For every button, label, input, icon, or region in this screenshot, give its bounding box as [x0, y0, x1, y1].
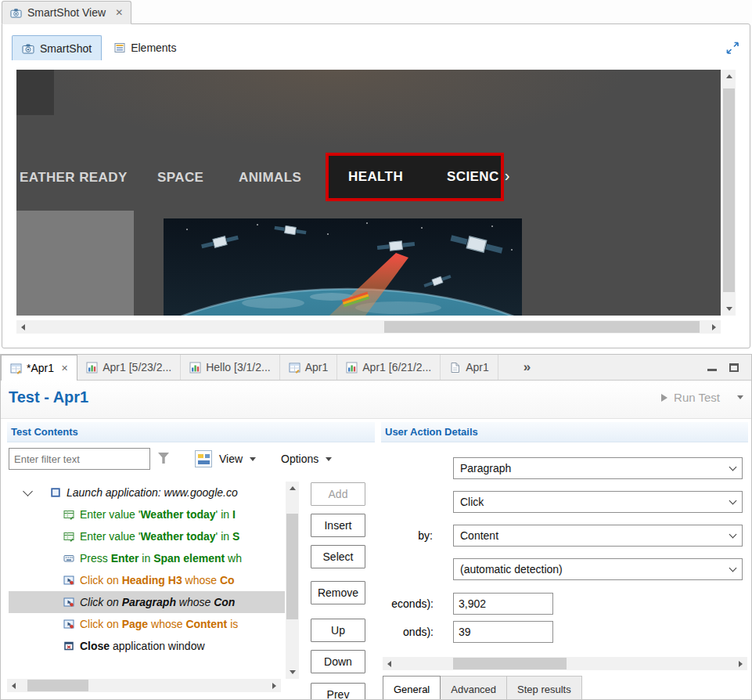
test-step-row-selected[interactable]: Click on Paragraph whose Con: [9, 591, 285, 613]
chevron-down-icon[interactable]: [737, 395, 743, 399]
tab-step-results[interactable]: Step results: [507, 676, 582, 700]
remove-button[interactable]: Remove: [311, 581, 365, 604]
maximize-icon[interactable]: [729, 363, 739, 372]
chevron-down-icon[interactable]: [723, 492, 742, 512]
run-test-button[interactable]: Run Test: [661, 391, 743, 404]
up-button[interactable]: Up: [311, 619, 365, 642]
scroll-left-icon[interactable]: [383, 657, 396, 670]
screenshot-canvas[interactable]: EATHER READY SPACE ANIMALS HEALTH SCIENC…: [16, 70, 721, 316]
editor-tab-log-2[interactable]: Hello [3/1/2...: [181, 355, 280, 380]
close-window-step-icon: [63, 640, 74, 651]
role-combo[interactable]: Paragraph: [453, 457, 743, 479]
maximize-view-icon[interactable]: [725, 40, 740, 56]
scroll-left-icon[interactable]: [16, 320, 30, 334]
tab-label: Elements: [131, 41, 176, 54]
application-step-icon: [50, 487, 61, 498]
scrollbar-thumb[interactable]: [723, 88, 735, 292]
chevron-down-icon[interactable]: [723, 458, 742, 478]
scroll-right-icon[interactable]: [268, 679, 281, 692]
chevron-down-icon: [326, 457, 332, 461]
chevron-down-icon[interactable]: [723, 525, 742, 546]
seconds-input[interactable]: [453, 621, 553, 643]
view-tab-title: SmartShot View: [27, 6, 106, 19]
test-step-row[interactable]: Enter value 'Weather today' in S: [9, 525, 285, 547]
down-button[interactable]: Down: [311, 650, 365, 673]
elements-list-icon: [114, 42, 125, 53]
tab-advanced[interactable]: Advanced: [441, 676, 507, 700]
identify-by-combo[interactable]: Content: [453, 525, 743, 547]
view-dropdown[interactable]: View: [195, 447, 256, 471]
run-test-icon: [661, 394, 667, 402]
scroll-right-icon[interactable]: [707, 320, 721, 334]
document-icon: [449, 362, 461, 373]
scroll-left-icon[interactable]: [7, 679, 20, 692]
nav-science: SCIENC: [447, 169, 499, 185]
editor-tab-log-1[interactable]: Apr1 [5/23/2...: [77, 355, 181, 380]
tab-overflow-chevron[interactable]: »: [524, 359, 531, 375]
scrollbar-thumb[interactable]: [384, 321, 700, 333]
editor-tab-apr1-3[interactable]: Apr1: [441, 355, 498, 380]
editor-tab-apr1-2[interactable]: Apr1: [280, 355, 338, 380]
test-steps-tree: Launch application: www.google.co Enter …: [9, 482, 285, 679]
highlighted-element-box: HEALTH SCIENC ›: [326, 153, 504, 201]
click-step-icon: [63, 575, 74, 586]
detection-combo[interactable]: (automatic detection): [453, 558, 743, 580]
close-icon[interactable]: ✕: [61, 363, 68, 373]
scroll-right-icon[interactable]: [734, 657, 747, 670]
add-button[interactable]: Add: [311, 482, 365, 506]
filter-icon[interactable]: [158, 453, 169, 464]
scrollbar-thumb[interactable]: [286, 514, 298, 619]
test-step-row[interactable]: Press Enter in Span element wh: [9, 547, 285, 569]
scrollbar-thumb[interactable]: [453, 658, 567, 669]
tab-label: SmartShot: [40, 42, 92, 55]
details-horizontal-scrollbar[interactable]: [383, 657, 747, 670]
test-log-icon: [86, 362, 98, 373]
test-step-row[interactable]: Launch application: www.google.co: [9, 482, 285, 503]
screenshot-horizontal-scrollbar[interactable]: [16, 320, 721, 334]
combo-value: Content: [454, 529, 723, 542]
action-combo[interactable]: Click: [453, 491, 743, 513]
editor-tab-apr1[interactable]: *Apr1 ✕: [1, 355, 77, 381]
nav-space: SPACE: [157, 170, 203, 186]
key-press-step-icon: [63, 553, 74, 564]
tab-label: Step results: [517, 684, 571, 695]
chevron-down-icon[interactable]: [723, 559, 742, 579]
select-button[interactable]: Select: [311, 545, 365, 568]
test-contents-header: Test Contents: [7, 422, 375, 442]
app-window: SmartShot View ✕ SmartShot Elements: [0, 0, 752, 700]
close-icon[interactable]: ✕: [115, 7, 123, 18]
tree-vertical-scrollbar[interactable]: [286, 482, 299, 679]
editor-tab-log-3[interactable]: Apr1 [6/21/2...: [337, 355, 441, 380]
scroll-up-icon[interactable]: [286, 482, 299, 495]
prev-button[interactable]: Prev: [311, 683, 365, 700]
tree-horizontal-scrollbar[interactable]: [7, 679, 281, 692]
tab-elements[interactable]: Elements: [105, 35, 185, 60]
smartshot-view-tab[interactable]: SmartShot View ✕: [2, 1, 131, 24]
tab-smartshot[interactable]: SmartShot: [12, 35, 102, 60]
filter-input[interactable]: [9, 448, 150, 470]
scroll-down-icon[interactable]: [286, 666, 299, 679]
tab-general[interactable]: General: [383, 676, 441, 700]
test-step-row[interactable]: Click on Page whose Content is: [9, 613, 285, 635]
screenshot-vertical-scrollbar[interactable]: [722, 70, 736, 316]
insert-button[interactable]: Insert: [311, 514, 365, 537]
section-title: User Action Details: [385, 426, 478, 438]
minimize-icon[interactable]: [707, 363, 717, 371]
test-step-row[interactable]: Close application window: [9, 635, 285, 657]
camera-icon: [10, 7, 22, 19]
test-step-row[interactable]: Click on Heading H3 whose Co: [9, 569, 285, 591]
tab-label: General: [394, 684, 430, 695]
milliseconds-input[interactable]: [453, 593, 553, 615]
scroll-down-icon[interactable]: [722, 302, 736, 316]
smartshot-view-body: SmartShot Elements EATHER READY SPACE AN…: [2, 23, 750, 348]
chevron-down-icon[interactable]: [23, 486, 33, 496]
seconds-label: onds):: [381, 621, 434, 643]
tab-label: Apr1: [466, 361, 489, 373]
options-dropdown[interactable]: Options: [281, 447, 332, 471]
test-script-icon: [10, 363, 22, 374]
click-step-icon: [63, 597, 74, 608]
test-step-row[interactable]: Enter value 'Weather today' in I: [9, 503, 285, 525]
test-log-icon: [189, 362, 201, 373]
scroll-up-icon[interactable]: [722, 70, 736, 83]
scrollbar-thumb[interactable]: [27, 680, 88, 691]
